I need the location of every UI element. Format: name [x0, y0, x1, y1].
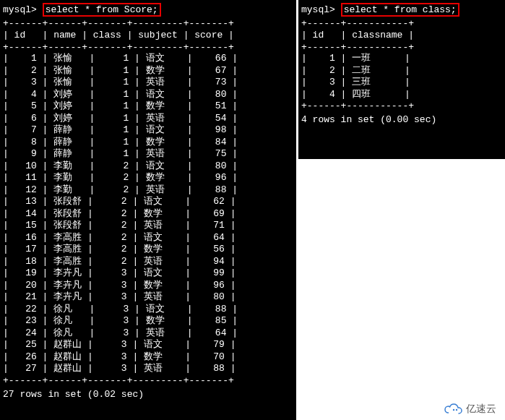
table-row: | 3 | 三班 |: [301, 77, 502, 89]
watermark-text: 亿速云: [466, 403, 496, 416]
mysql-terminal-score: mysql> select * from Score; +------+----…: [0, 0, 296, 420]
table-row: | 4 | 刘婷 | 1 | 语文 | 80 |: [3, 89, 293, 101]
class-table-body: | 1 | 一班 || 2 | 二班 || 3 | 三班 || 4 | 四班 |: [301, 53, 502, 100]
sql-command-right: select * from class;: [341, 3, 459, 17]
table-row: | 1 | 一班 |: [301, 53, 502, 65]
table-row: | 18 | 李高胜 | 2 | 英语 | 94 |: [3, 256, 293, 268]
table-row: | 12 | 李勤 | 2 | 英语 | 88 |: [3, 184, 293, 197]
svg-point-1: [456, 409, 457, 411]
mysql-prompt: mysql>: [301, 4, 335, 15]
table-border-bottom: +------+------+-------+---------+-------…: [3, 375, 293, 386]
table-row: | 5 | 刘婷 | 1 | 数学 | 51 |: [3, 100, 293, 113]
status-right: 4 rows in set (0.00 sec): [301, 114, 502, 125]
status-left: 27 rows in set (0.02 sec): [3, 389, 293, 400]
cloud-icon: [444, 403, 463, 416]
table-row: | 11 | 李勤 | 2 | 数学 | 96 |: [3, 172, 293, 184]
table-row: | 1 | 张愉 | 1 | 语文 | 66 |: [3, 53, 293, 65]
table-row: | 13 | 张段舒 | 2 | 语文 | 62 |: [3, 196, 293, 208]
table-row: | 16 | 李高胜 | 2 | 语文 | 64 |: [3, 232, 293, 244]
table-row: | 8 | 薛静 | 1 | 数学 | 84 |: [3, 137, 293, 149]
table-row: | 9 | 薛静 | 1 | 英语 | 75 |: [3, 148, 293, 160]
table-row: | 3 | 张愉 | 1 | 英语 | 73 |: [3, 77, 293, 89]
table-row: | 23 | 徐凡 | 3 | 数学 | 85 |: [3, 315, 293, 327]
table-border-mid: +------+------+-------+---------+-------…: [3, 42, 293, 53]
table-row: | 2 | 张愉 | 1 | 数学 | 67 |: [3, 65, 293, 77]
table-row: | 15 | 张段舒 | 2 | 英语 | 71 |: [3, 220, 293, 232]
table-row: | 21 | 李卉凡 | 3 | 英语 | 80 |: [3, 291, 293, 304]
svg-point-0: [453, 409, 454, 411]
table-row: | 14 | 张段舒 | 2 | 数学 | 69 |: [3, 208, 293, 220]
table-row: | 7 | 薛静 | 1 | 语文 | 98 |: [3, 124, 293, 137]
table-row: | 26 | 赵群山 | 3 | 数学 | 70 |: [3, 351, 293, 364]
table-row: | 25 | 赵群山 | 3 | 语文 | 79 |: [3, 339, 293, 351]
table-row: | 22 | 徐凡 | 3 | 语文 | 88 |: [3, 304, 293, 316]
table-row: | 20 | 李卉凡 | 3 | 数学 | 96 |: [3, 280, 293, 292]
table-row: | 19 | 李卉凡 | 3 | 语文 | 99 |: [3, 267, 293, 280]
table-row: | 10 | 李勤 | 2 | 语文 | 80 |: [3, 160, 293, 173]
watermark: 亿速云: [444, 403, 496, 416]
class-table-header: | id | classname |: [301, 29, 502, 42]
sql-command-left: select * from Score;: [43, 3, 161, 17]
table-row: | 4 | 四班 |: [301, 89, 502, 101]
table-row: | 2 | 二班 |: [301, 65, 502, 77]
table-border-top: +------+-----------+: [301, 18, 502, 29]
score-table-header: | id | name | class | subject | score |: [3, 29, 293, 42]
mysql-prompt: mysql>: [3, 4, 37, 15]
prompt-line-left: mysql> select * from Score;: [3, 3, 293, 17]
score-table-body: | 1 | 张愉 | 1 | 语文 | 66 || 2 | 张愉 | 1 | 数…: [3, 53, 293, 375]
mysql-terminal-class: mysql> select * from class; +------+----…: [298, 0, 505, 159]
table-row: | 27 | 赵群山 | 3 | 英语 | 88 |: [3, 363, 293, 375]
table-row: | 17 | 李高胜 | 2 | 数学 | 56 |: [3, 244, 293, 256]
table-row: | 24 | 徐凡 | 3 | 英语 | 64 |: [3, 327, 293, 340]
table-border-mid: +------+-----------+: [301, 42, 502, 53]
table-row: | 6 | 刘婷 | 1 | 英语 | 54 |: [3, 113, 293, 125]
prompt-line-right: mysql> select * from class;: [301, 3, 502, 17]
table-border-bottom: +------+-----------+: [301, 100, 502, 111]
table-border-top: +------+------+-------+---------+-------…: [3, 18, 293, 29]
